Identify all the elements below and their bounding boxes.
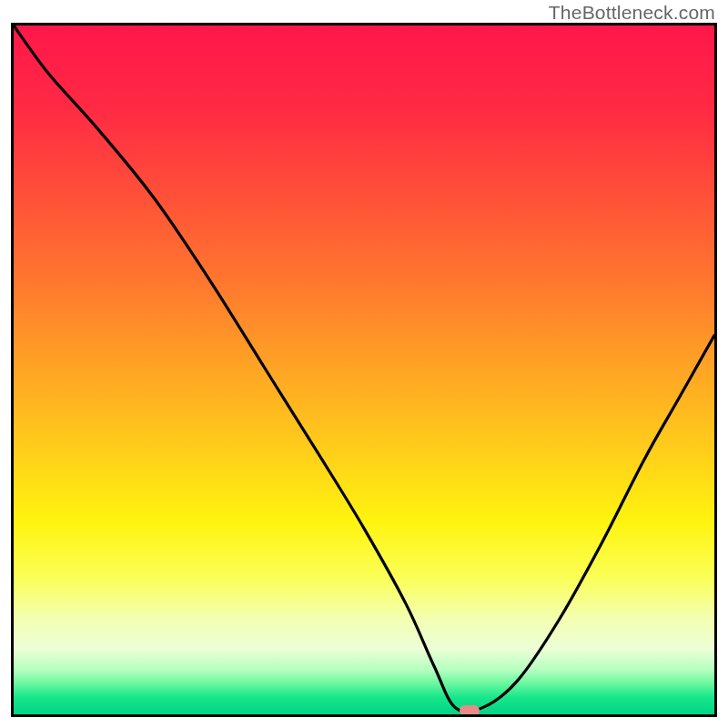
optimal-marker — [460, 705, 480, 716]
watermark-text: TheBottleneck.com — [549, 2, 715, 24]
bottleneck-curve — [14, 25, 714, 714]
chart-frame — [11, 23, 717, 717]
